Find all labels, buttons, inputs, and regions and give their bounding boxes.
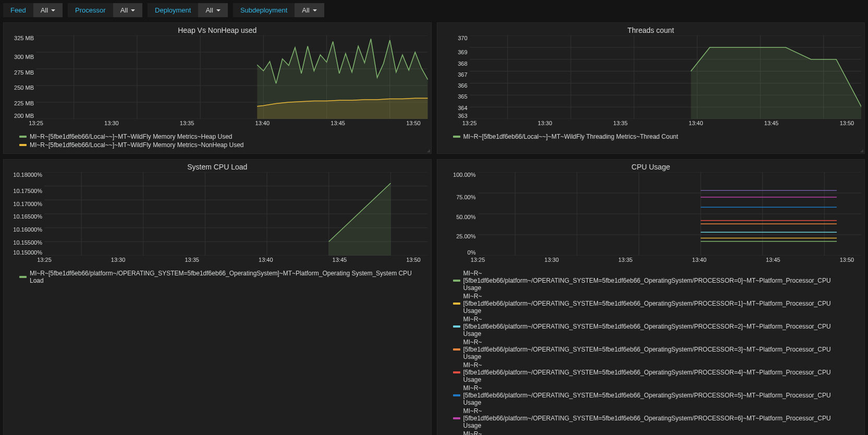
chart-plot[interactable]	[36, 35, 428, 119]
filter-processor-value: All	[120, 6, 128, 14]
legend-swatch	[453, 394, 460, 396]
x-tick: 13:50	[406, 120, 421, 128]
y-tick: 250 MB	[4, 85, 34, 91]
y-tick: 75.00%	[437, 195, 476, 200]
x-tick: 13:35	[180, 120, 194, 128]
y-tick: 365	[437, 94, 468, 100]
legend-item[interactable]: MI~R~[5fbe1df6eb66/Local~~]~MT~WildFly T…	[453, 132, 849, 141]
filter-feed-label[interactable]: Feed	[3, 3, 33, 17]
chart-plot[interactable]	[478, 172, 862, 256]
chevron-down-icon	[51, 9, 55, 11]
y-tick: 100.00%	[437, 172, 476, 178]
legend-label: MI~R~[5fbe1df6eb66/Local~~]~MT~WildFly M…	[30, 133, 233, 140]
dashboard-grid: Heap Vs NonHeap used 325 MB300 MB275 MB2…	[0, 22, 868, 435]
x-tick: 13:25	[471, 257, 485, 265]
legend-item[interactable]: MI~R~[5fbe1df6eb66/platform~/OPERATING_S…	[453, 407, 849, 430]
filter-deployment-select[interactable]: All	[198, 3, 227, 17]
legend-item[interactable]: MI~R~[5fbe1df6eb66/platform~/OPERATING_S…	[19, 269, 415, 285]
legend-swatch	[19, 136, 27, 138]
legend-label: MI~R~[5fbe1df6eb66/platform~/OPERATING_S…	[30, 270, 415, 284]
legend-label: MI~R~[5fbe1df6eb66/platform~/OPERATING_S…	[463, 407, 849, 429]
legend-label: MI~R~[5fbe1df6eb66/Local~~]~MT~WildFly M…	[30, 141, 244, 149]
chart-plot[interactable]	[470, 35, 862, 119]
x-tick: 13:50	[406, 257, 421, 265]
y-axis: 10.18000%10.17500%10.17000%10.16500%10.1…	[4, 172, 44, 256]
y-tick: 364	[437, 105, 468, 111]
x-tick: 13:25	[29, 120, 43, 128]
filter-deployment-value: All	[205, 6, 213, 14]
legend-swatch	[453, 371, 460, 373]
legend-item[interactable]: MI~R~[5fbe1df6eb66/platform~/OPERATING_S…	[453, 292, 849, 315]
chart-threads[interactable]: 370369368367366365364363 13:2513:3013:35…	[437, 35, 865, 128]
chevron-down-icon	[313, 9, 317, 11]
legend-label: MI~R~[5fbe1df6eb66/platform~/OPERATING_S…	[463, 430, 849, 435]
resize-handle-icon[interactable]	[427, 149, 430, 152]
legend-label: MI~R~[5fbe1df6eb66/platform~/OPERATING_S…	[463, 384, 849, 406]
panel-cpu: CPU Usage 100.00%75.00%50.00%25.00%0% 13…	[437, 159, 865, 435]
filter-processor-select[interactable]: All	[113, 3, 142, 17]
chart-legend: MI~R~[5fbe1df6eb66/Local~~]~MT~WildFly M…	[4, 128, 431, 153]
x-tick: 13:30	[544, 257, 559, 265]
legend-item[interactable]: MI~R~[5fbe1df6eb66/platform~/OPERATING_S…	[453, 361, 849, 384]
x-tick: 13:45	[766, 257, 780, 265]
y-tick: 325 MB	[4, 35, 34, 41]
y-axis: 100.00%75.00%50.00%25.00%0%	[437, 172, 478, 256]
filter-subdeployment-label[interactable]: Subdeployment	[233, 3, 295, 17]
y-tick: 25.00%	[437, 233, 476, 239]
legend-item[interactable]: MI~R~[5fbe1df6eb66/Local~~]~MT~WildFly M…	[19, 132, 415, 141]
legend-item[interactable]: MI~R~[5fbe1df6eb66/platform~/OPERATING_S…	[453, 338, 849, 361]
y-tick: 366	[437, 83, 468, 89]
x-tick: 13:45	[331, 120, 345, 128]
x-tick: 13:25	[37, 257, 52, 265]
filter-processor-label[interactable]: Processor	[68, 3, 113, 17]
y-axis: 370369368367366365364363	[437, 35, 470, 119]
chart-legend: MI~R~[5fbe1df6eb66/Local~~]~MT~WildFly T…	[437, 128, 865, 145]
chart-plot[interactable]	[44, 172, 428, 256]
legend-item[interactable]: MI~R~[5fbe1df6eb66/platform~/OPERATING_S…	[453, 269, 849, 292]
panel-threads-title[interactable]: Threads count	[437, 23, 865, 35]
legend-label: MI~R~[5fbe1df6eb66/platform~/OPERATING_S…	[463, 293, 849, 315]
chart-cpu[interactable]: 100.00%75.00%50.00%25.00%0% 13:2513:3013…	[437, 172, 865, 265]
legend-item[interactable]: MI~R~[5fbe1df6eb66/platform~/OPERATING_S…	[453, 384, 849, 407]
panel-threads: Threads count 370369368367366365364363 1…	[437, 22, 865, 154]
x-tick: 13:35	[613, 120, 628, 128]
filter-deployment-label[interactable]: Deployment	[148, 3, 198, 17]
filter-feed-select[interactable]: All	[33, 3, 63, 17]
panel-sysload: System CPU Load 10.18000%10.17500%10.170…	[3, 159, 432, 435]
filter-subdeployment-select[interactable]: All	[295, 3, 324, 17]
y-tick: 10.15000%	[4, 250, 42, 256]
chart-heap[interactable]: 325 MB300 MB275 MB250 MB225 MB200 MB 13:…	[4, 35, 431, 128]
filter-feed-value: All	[41, 6, 48, 14]
x-tick: 13:30	[538, 120, 553, 128]
legend-item[interactable]: MI~R~[5fbe1df6eb66/platform~/OPERATING_S…	[453, 315, 849, 338]
chevron-down-icon	[131, 9, 135, 11]
y-tick: 50.00%	[437, 214, 476, 220]
y-tick: 10.16500%	[4, 214, 42, 220]
x-tick: 13:35	[618, 257, 633, 265]
y-tick: 370	[437, 35, 468, 41]
x-tick: 13:40	[689, 120, 703, 128]
legend-item[interactable]: MI~R~[5fbe1df6eb66/Local~~]~MT~WildFly M…	[19, 141, 415, 149]
legend-label: MI~R~[5fbe1df6eb66/platform~/OPERATING_S…	[463, 339, 849, 360]
x-axis: 13:2513:3013:3513:4013:4513:50	[44, 257, 428, 265]
resize-handle-icon[interactable]	[860, 149, 863, 152]
chart-sysload[interactable]: 10.18000%10.17500%10.17000%10.16500%10.1…	[4, 172, 431, 265]
legend-swatch	[19, 144, 27, 146]
chart-legend: MI~R~[5fbe1df6eb66/platform~/OPERATING_S…	[437, 265, 865, 435]
x-axis: 13:2513:3013:3513:4013:4513:50	[36, 120, 428, 128]
x-tick: 13:45	[333, 257, 347, 265]
panel-sysload-title[interactable]: System CPU Load	[4, 160, 431, 172]
legend-swatch	[19, 276, 27, 278]
y-tick: 275 MB	[4, 69, 34, 75]
y-tick: 300 MB	[4, 54, 34, 59]
legend-item[interactable]: MI~R~[5fbe1df6eb66/platform~/OPERATING_S…	[453, 430, 849, 435]
y-tick: 10.17000%	[4, 201, 42, 207]
legend-label: MI~R~[5fbe1df6eb66/platform~/OPERATING_S…	[463, 316, 849, 337]
x-tick: 13:45	[764, 120, 779, 128]
y-axis: 325 MB300 MB275 MB250 MB225 MB200 MB	[4, 35, 36, 119]
panel-cpu-title[interactable]: CPU Usage	[437, 160, 865, 172]
x-tick: 13:30	[111, 257, 126, 265]
panel-heap-title[interactable]: Heap Vs NonHeap used	[4, 23, 431, 35]
y-tick: 369	[437, 50, 468, 55]
x-tick: 13:50	[840, 257, 854, 265]
